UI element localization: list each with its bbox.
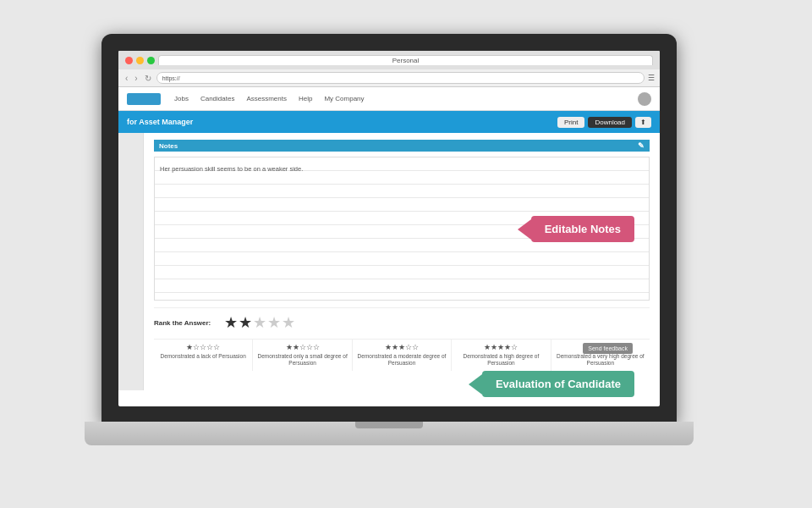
rank-label: Rank the Answer: (154, 319, 211, 327)
callout-editable-notes: Editable Notes (531, 216, 634, 242)
callout-evaluation: Evaluation of Candidate (482, 371, 634, 397)
screen-wrapper: Personal ‹ › ↻ https:// ☰ (118, 51, 660, 406)
stars-display[interactable]: ★ ★ ★ ★ ★ (224, 313, 295, 332)
rating-text-3: Demonstrated a moderate degree of Persua… (356, 353, 447, 367)
browser-titlebar: Personal (118, 51, 660, 69)
rating-desc-2: ★★☆☆☆ Demonstrated only a small degree o… (253, 340, 352, 371)
callout-evaluation-label: Evaluation of Candidate (496, 378, 621, 390)
callout-editable-box: Editable Notes (531, 216, 634, 242)
rating-descriptions: ★☆☆☆☆ Demonstrated a lack of Persuasion … (154, 339, 650, 371)
rating-stars-4[interactable]: ★★★★☆ (455, 343, 546, 351)
callout-evaluation-arrow (469, 374, 482, 395)
traffic-light-red[interactable] (125, 57, 133, 64)
rating-stars-2[interactable]: ★★☆☆☆ (256, 343, 348, 351)
app-logo (127, 93, 161, 105)
rating-text-1: Demonstrated a lack of Persuasion (157, 353, 249, 360)
share-button[interactable]: ⬆ (635, 117, 651, 128)
address-bar-row: ‹ › ↻ https:// ☰ (118, 69, 660, 86)
screen-bezel: Personal ‹ › ↻ https:// ☰ (102, 34, 677, 423)
address-text: https:// (162, 75, 180, 81)
reload-button[interactable]: ↻ (143, 74, 153, 83)
nav-candidates[interactable]: Candidates (200, 95, 234, 102)
rating-text-2: Demonstrated only a small degree of Pers… (256, 353, 348, 367)
browser-icons: ☰ (648, 74, 655, 82)
notes-label: Notes (159, 142, 178, 150)
star-5[interactable]: ★ (282, 313, 295, 332)
nav-assessments[interactable]: Assessments (246, 95, 287, 102)
rating-desc-3: ★★★☆☆ Demonstrated a moderate degree of … (353, 340, 452, 371)
traffic-light-yellow[interactable] (136, 57, 144, 64)
callout-evaluation-box: Evaluation of Candidate (482, 371, 634, 397)
star-1[interactable]: ★ (224, 313, 238, 332)
star-2[interactable]: ★ (239, 313, 252, 332)
laptop-base (85, 422, 694, 445)
user-avatar (638, 92, 651, 106)
laptop: Personal ‹ › ↻ https:// ☰ (102, 34, 710, 474)
rating-stars-1[interactable]: ★☆☆☆☆ (157, 343, 249, 351)
app-nav: Jobs Candidates Assessments Help My Comp… (118, 87, 660, 111)
browser-tab[interactable]: Personal (158, 55, 653, 65)
main-content: Notes ✎ (118, 133, 660, 390)
download-button[interactable]: Download (588, 117, 632, 128)
nav-my-company[interactable]: My Company (324, 95, 364, 102)
send-feedback-button[interactable]: Send feedback (583, 343, 633, 354)
address-bar[interactable]: https:// (156, 72, 645, 84)
nav-jobs[interactable]: Jobs (174, 95, 189, 102)
rating-desc-1: ★☆☆☆☆ Demonstrated a lack of Persuasion (154, 340, 253, 371)
edit-icon[interactable]: ✎ (638, 141, 645, 150)
header-buttons: Print Download ⬆ (557, 117, 651, 128)
nav-items: Jobs Candidates Assessments Help My Comp… (174, 95, 638, 102)
notes-text: Her persuasion skill seems to be on a we… (160, 163, 303, 176)
page-wrapper: Personal ‹ › ↻ https:// ☰ (0, 0, 812, 508)
nav-help[interactable]: Help (299, 95, 312, 102)
candidate-header: for Asset Manager Print Download ⬆ (118, 111, 660, 133)
star-3[interactable]: ★ (253, 313, 266, 332)
rank-section: Rank the Answer: ★ ★ ★ ★ ★ (154, 307, 650, 332)
rating-stars-3[interactable]: ★★★☆☆ (356, 343, 447, 351)
browser-chrome: Personal ‹ › ↻ https:// ☰ (118, 51, 660, 87)
rating-desc-4: ★★★★☆ Demonstrated a high degree of Pers… (452, 340, 551, 371)
rating-text-5: Demonstrated a very high degree of Persu… (555, 353, 646, 367)
left-sidebar (118, 133, 144, 390)
rating-text-4: Demonstrated a high degree of Persuasion (455, 353, 546, 367)
traffic-light-green[interactable] (147, 57, 155, 64)
back-button[interactable]: ‹ (123, 74, 129, 83)
forward-button[interactable]: › (133, 74, 139, 83)
star-4[interactable]: ★ (267, 313, 281, 332)
notes-label-bar: Notes ✎ (154, 140, 650, 152)
nav-right (638, 92, 651, 106)
callout-editable-arrow (518, 219, 531, 240)
candidate-header-title: for Asset Manager (127, 118, 193, 126)
rss-icon: ☰ (648, 74, 655, 82)
print-button[interactable]: Print (557, 117, 584, 128)
callout-editable-label: Editable Notes (545, 223, 621, 235)
